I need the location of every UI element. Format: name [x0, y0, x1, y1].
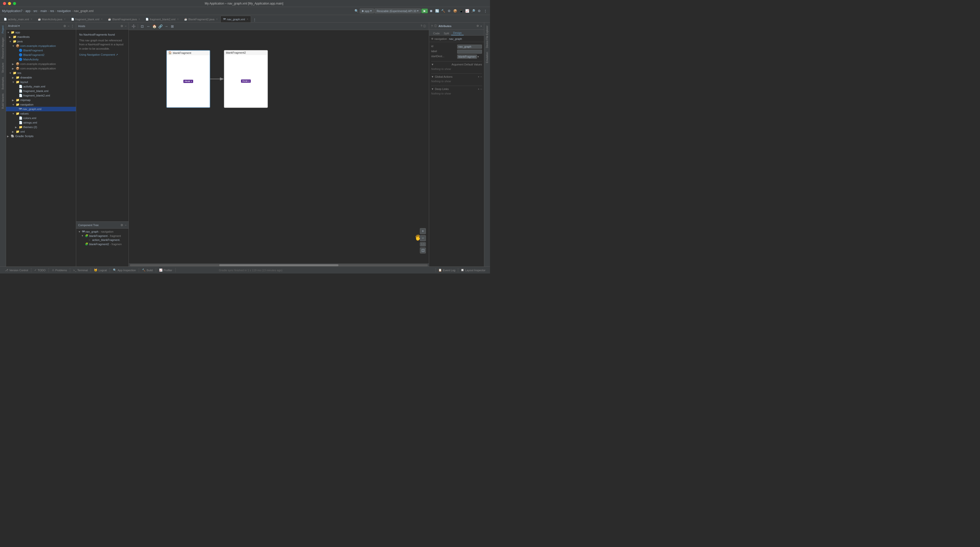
- comp-item-blank-fragment2[interactable]: 🧩 blankFragment2 - fragmen: [76, 242, 129, 246]
- global-remove-icon[interactable]: −: [480, 75, 482, 78]
- status-layout-inspector[interactable]: 🔲 Layout Inspector: [458, 268, 488, 272]
- tree-blankfragment[interactable]: 🔵 BlankFragment: [6, 48, 76, 53]
- help-icon[interactable]: ?: [421, 24, 422, 28]
- comp-item-nav-graph[interactable]: ▼ 🗺 nav_graph - navigation: [76, 230, 129, 234]
- sidebar-item-resource-manager[interactable]: Resource Manager: [0, 35, 5, 61]
- global-add-icon[interactable]: +: [478, 75, 479, 78]
- tree-app[interactable]: ▼ 📁 app: [6, 30, 76, 35]
- tree-fragment-blank-xml[interactable]: 📄 fragment_blank.xml: [6, 89, 76, 93]
- close-button[interactable]: [3, 2, 6, 5]
- add-destination-icon[interactable]: ➕: [131, 24, 136, 29]
- breadcrumb-main[interactable]: main: [40, 9, 47, 13]
- sidebar-item-device-explorer[interactable]: Device File Explorer: [485, 24, 490, 50]
- tree-xml[interactable]: ▶ 📁 xml: [6, 129, 76, 134]
- deeplinks-add-icon[interactable]: +: [478, 88, 479, 91]
- sync-icon[interactable]: 🔄: [434, 8, 440, 14]
- sidebar-item-project[interactable]: Project: [0, 24, 5, 35]
- search-toolbar-icon[interactable]: 🔍: [354, 8, 359, 14]
- link-icon[interactable]: 🔗: [158, 24, 163, 29]
- horizontal-scrollbar[interactable]: [129, 263, 429, 266]
- nav-graph-canvas[interactable]: 🏠 blankFragment PAGE 1 blankFragment2: [129, 30, 429, 263]
- minimize-button[interactable]: [8, 2, 11, 5]
- breadcrumb-project[interactable]: MyApplication7: [2, 9, 22, 13]
- stop-icon[interactable]: ⏹: [428, 8, 434, 14]
- sidebar-item-structure[interactable]: Structure: [0, 61, 5, 75]
- tab-fragment-blank[interactable]: 📄 fragment_blank.xml ×: [68, 16, 105, 22]
- attr-input-startdest[interactable]: [457, 55, 477, 59]
- breadcrumb-navigation[interactable]: navigation: [57, 9, 71, 13]
- status-tab-logcat[interactable]: 🐱 Logcat: [91, 268, 110, 272]
- tree-mainactivity[interactable]: 🔵 MainActivity: [6, 57, 76, 62]
- project-more-icon[interactable]: ⋮: [71, 24, 74, 28]
- status-tab-todo[interactable]: ✓ TODO: [31, 268, 49, 272]
- comp-tree-settings-icon[interactable]: ⚙: [121, 223, 123, 227]
- tree-activity-main-xml[interactable]: 📄 activity_main.xml: [6, 84, 76, 89]
- android-dropdown[interactable]: Android ▾: [8, 24, 20, 27]
- breadcrumb-app[interactable]: app: [25, 9, 30, 13]
- fragment-node-blank[interactable]: 🏠 blankFragment PAGE 1: [166, 50, 210, 108]
- tree-themes[interactable]: ▶ 📁 themes (2): [6, 125, 76, 129]
- orientation-icon[interactable]: ↔: [146, 24, 151, 29]
- view-tab-design[interactable]: Design: [451, 31, 464, 35]
- attr-settings-icon[interactable]: ⚙: [476, 24, 479, 27]
- attr-info-icon[interactable]: ⓘ: [434, 24, 437, 28]
- scrollbar-track[interactable]: [130, 264, 428, 266]
- scrollbar-thumb[interactable]: [219, 264, 339, 266]
- tree-java[interactable]: ▼ 📁 java: [6, 39, 76, 44]
- maximize-button[interactable]: [13, 2, 16, 5]
- sidebar-item-build-variants[interactable]: Build Variants: [0, 91, 5, 111]
- deeplinks-remove-icon[interactable]: −: [480, 88, 482, 91]
- tree-navigation[interactable]: ▼ 📁 navigation: [6, 102, 76, 107]
- tree-fragment-blank2-xml[interactable]: 📄 fragment_blank2.xml: [6, 93, 76, 98]
- tab-fragment-blank2[interactable]: 📄 fragment_blank2.xml ×: [143, 16, 181, 22]
- status-tab-app-inspection[interactable]: 🔍 App Inspection: [110, 268, 139, 272]
- window-controls[interactable]: [3, 2, 16, 5]
- view-tab-code[interactable]: Code: [431, 31, 442, 35]
- comp-item-blank-fragment[interactable]: ▼ 🧩 blankFragment - fragment: [76, 234, 129, 238]
- project-settings-icon[interactable]: ⚙: [64, 24, 66, 28]
- forward-icon[interactable]: →: [164, 24, 169, 29]
- expand-icon[interactable]: ⊞: [170, 24, 175, 29]
- tab-activity-main[interactable]: 📄 activity_main.xml ×: [1, 16, 35, 22]
- attr-section-args-title[interactable]: ▼ Argument Default Values: [431, 62, 482, 67]
- tab-nav-graph[interactable]: 🗺 nav_graph.xml ×: [220, 16, 251, 22]
- search-icon[interactable]: 🔎: [471, 8, 476, 14]
- attr-input-id[interactable]: [457, 45, 482, 49]
- info-icon[interactable]: ⓘ: [423, 24, 426, 28]
- tree-package-test[interactable]: ▶ 📦 com.example.myapplication: [6, 62, 76, 66]
- tree-package-android[interactable]: ▶ 📦 com.example.myapplication: [6, 66, 76, 71]
- comp-tree-collapse-icon[interactable]: −: [125, 223, 127, 227]
- hosts-collapse-icon[interactable]: −: [125, 24, 127, 28]
- settings2-icon[interactable]: ⚙: [476, 8, 482, 14]
- run-button[interactable]: ▶: [422, 8, 428, 13]
- status-tab-build[interactable]: 🔨 Build: [139, 268, 156, 272]
- zoom-out-button[interactable]: −: [420, 235, 426, 241]
- breadcrumb-src[interactable]: src: [33, 9, 37, 13]
- tree-gradle-scripts[interactable]: ▶ 🐘 Gradle Scripts: [6, 134, 76, 139]
- zoom-fit-button[interactable]: ⊡: [420, 247, 426, 254]
- external-link-icon[interactable]: ↗: [116, 53, 118, 56]
- profiler-icon[interactable]: 📈: [465, 8, 470, 14]
- more-tabs-icon[interactable]: ⋮: [252, 17, 258, 22]
- sdk-icon[interactable]: 📦: [452, 8, 458, 14]
- project-collapse-icon[interactable]: −: [68, 24, 69, 28]
- status-tab-terminal[interactable]: >_ Terminal: [70, 268, 91, 272]
- sidebar-item-bookmarks[interactable]: Bookmarks: [0, 75, 5, 91]
- hosts-settings-icon[interactable]: ⚙: [121, 24, 123, 28]
- home-icon[interactable]: 🏠: [151, 24, 157, 29]
- tree-mipmap[interactable]: ▶ 📁 mipmap: [6, 98, 76, 102]
- tab-mainactivity[interactable]: ☕ MainActivity.java ×: [35, 16, 68, 22]
- api-selector[interactable]: Resizable (Experimental) API 33 ▾: [374, 8, 421, 13]
- attr-close-icon[interactable]: ×: [480, 25, 482, 27]
- tree-package-main[interactable]: ▼ 📦 com.example.myapplication: [6, 44, 76, 48]
- tree-values[interactable]: ▼ 📁 values: [6, 111, 76, 116]
- status-tab-profiler[interactable]: 📈 Profiler: [156, 268, 176, 272]
- tree-layout[interactable]: ▼ 📁 layout: [6, 80, 76, 84]
- tree-colors[interactable]: 📄 colors.xml: [6, 116, 76, 120]
- startdest-dropdown-icon[interactable]: ▾: [477, 55, 479, 58]
- avd-icon[interactable]: 📱: [458, 8, 464, 14]
- comp-item-action[interactable]: → action_blankFragment.: [76, 238, 129, 242]
- sidebar-item-emulation[interactable]: Emulation: [485, 50, 490, 65]
- status-event-log[interactable]: 📋 Event Log: [436, 268, 458, 272]
- status-tab-problems[interactable]: ⚠ Problems: [49, 268, 70, 272]
